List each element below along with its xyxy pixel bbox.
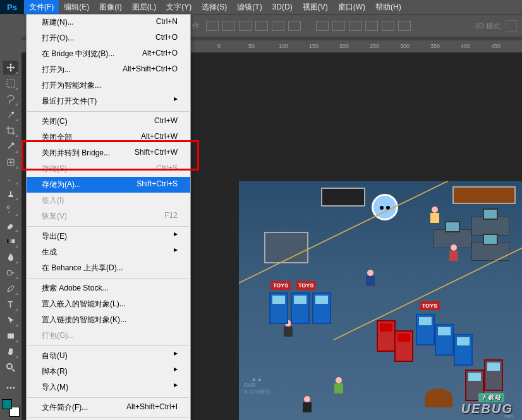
- character: [334, 377, 344, 393]
- file-menu-item[interactable]: 打开(O)...Ctrl+O: [27, 30, 190, 46]
- blur-tool[interactable]: [3, 250, 18, 264]
- align-icon[interactable]: [206, 21, 219, 31]
- 3d-mode-icon[interactable]: [506, 20, 517, 32]
- menu-separator: [27, 417, 190, 418]
- menu-window[interactable]: 窗口(W): [333, 0, 370, 14]
- menu-separator: [27, 226, 190, 227]
- menu-filter[interactable]: 滤镜(T): [232, 0, 267, 14]
- vending-machine: [394, 330, 413, 362]
- character: [302, 396, 312, 412]
- menu-select[interactable]: 选择(S): [197, 0, 232, 14]
- menu-view[interactable]: 视图(V): [298, 0, 333, 14]
- distribute-icon[interactable]: [316, 21, 329, 31]
- align-icon[interactable]: [288, 21, 301, 31]
- file-menu-item[interactable]: 脚本(R)▶: [27, 364, 190, 380]
- ruler-tick: 400: [461, 43, 470, 49]
- svg-point-2: [7, 206, 9, 208]
- file-menu-item[interactable]: 自动(U)▶: [27, 348, 190, 364]
- menu-edit[interactable]: 编辑(E): [59, 0, 94, 14]
- align-icon[interactable]: [255, 21, 268, 31]
- distribute-icon[interactable]: [382, 21, 394, 31]
- file-menu-item[interactable]: 关闭并转到 Bridge...Shift+Ctrl+W: [27, 145, 190, 161]
- computer-desk: [471, 242, 509, 261]
- arcade-cabinet: [269, 292, 288, 324]
- file-menu-item[interactable]: 置入嵌入的智能对象(L)...: [27, 296, 190, 312]
- file-menu-item[interactable]: 最近打开文件(T)▶: [27, 93, 190, 109]
- brush-tool[interactable]: [3, 171, 18, 185]
- distribute-icon[interactable]: [332, 21, 345, 31]
- file-menu-item[interactable]: 搜索 Adobe Stock...: [27, 280, 190, 296]
- wall-sign: [321, 188, 365, 207]
- marquee-tool[interactable]: [3, 76, 18, 90]
- menu-layer[interactable]: 图层(L): [127, 0, 162, 14]
- svg-point-9: [10, 387, 12, 389]
- align-icon[interactable]: [222, 21, 235, 31]
- eyedropper-tool[interactable]: [3, 140, 18, 153]
- eraser-tool[interactable]: [3, 219, 18, 232]
- align-icon[interactable]: [272, 21, 284, 31]
- menu-image[interactable]: 图像(I): [94, 0, 126, 14]
- file-menu-item[interactable]: 在 Bridge 中浏览(B)...Alt+Ctrl+O: [27, 46, 190, 62]
- club-sign: [452, 186, 516, 204]
- pen-tool[interactable]: [3, 282, 18, 296]
- document-image: TOYS TOYS TOYS ▲▲ BAR & GAMES 下载站 UEB: [239, 181, 522, 420]
- healing-brush-tool[interactable]: [3, 155, 18, 169]
- path-selection-tool[interactable]: [3, 313, 18, 327]
- color-swatches[interactable]: [2, 399, 20, 417]
- file-menu-item[interactable]: 存储为(A)...Shift+Ctrl+S: [27, 177, 190, 193]
- file-menu-item[interactable]: 新建(N)...Ctrl+N: [27, 15, 190, 30]
- history-brush-tool[interactable]: [3, 203, 18, 217]
- menu-type[interactable]: 文字(Y): [161, 0, 197, 14]
- svg-rect-6: [8, 333, 14, 339]
- slot-machine: [484, 359, 503, 391]
- ruler-tick: 200: [339, 43, 349, 49]
- move-tool[interactable]: [3, 61, 18, 75]
- computer-desk: [471, 217, 509, 236]
- file-menu-item[interactable]: 导出(E)▶: [27, 229, 190, 244]
- svg-point-7: [7, 364, 12, 369]
- gradient-tool[interactable]: [3, 234, 18, 248]
- distribute-icon[interactable]: [398, 21, 411, 31]
- hand-tool[interactable]: [3, 345, 18, 359]
- align-icons: [206, 21, 411, 31]
- file-menu-dropdown: 新建(N)...Ctrl+N打开(O)...Ctrl+O在 Bridge 中浏览…: [26, 14, 191, 420]
- crop-tool[interactable]: [3, 124, 18, 138]
- svg-rect-0: [7, 80, 15, 87]
- rectangle-tool[interactable]: [3, 329, 18, 343]
- magic-wand-tool[interactable]: [3, 108, 18, 122]
- ruler-tick: 300: [400, 43, 410, 49]
- file-menu-item[interactable]: 关闭全部Alt+Ctrl+W: [27, 129, 190, 145]
- file-menu-item[interactable]: 打开为...Alt+Shift+Ctrl+O: [27, 62, 190, 78]
- menu-file[interactable]: 文件(F): [24, 0, 59, 14]
- toys-sign: TOYS: [270, 281, 291, 290]
- ruler-tick: 50: [248, 43, 255, 49]
- file-menu-item[interactable]: 在 Behance 上共享(D)...: [27, 260, 190, 276]
- lasso-tool[interactable]: [3, 92, 18, 106]
- distribute-icon[interactable]: [349, 21, 361, 31]
- file-menu-item[interactable]: 关闭(C)Ctrl+W: [27, 114, 190, 129]
- menu-3d[interactable]: 3D(D): [267, 0, 298, 14]
- file-menu-item: 存储(S)Ctrl+S: [27, 161, 190, 177]
- file-menu-item[interactable]: 文件简介(F)...Alt+Shift+Ctrl+I: [27, 400, 190, 416]
- bar-games-sign: ▲▲ BAR & GAMES: [244, 376, 270, 395]
- zoom-tool[interactable]: [3, 361, 18, 375]
- align-icon[interactable]: [239, 21, 252, 31]
- dodge-tool[interactable]: [3, 266, 18, 280]
- ruler-tick: 100: [279, 43, 288, 49]
- file-menu-item[interactable]: 导入(M)▶: [27, 380, 190, 395]
- clone-stamp-tool[interactable]: [3, 187, 18, 201]
- file-menu-item[interactable]: 打开为智能对象...: [27, 78, 190, 93]
- arcade-cabinet: [291, 292, 310, 324]
- file-menu-item[interactable]: 置入链接的智能对象(K)...: [27, 312, 190, 328]
- menu-help[interactable]: 帮助(H): [370, 0, 406, 14]
- arcade-cabinet: [312, 292, 331, 324]
- distribute-icon[interactable]: [365, 21, 378, 31]
- ruler-tick: 250: [370, 43, 379, 49]
- file-menu-item: 恢复(V)F12: [27, 208, 190, 224]
- type-tool[interactable]: T: [3, 297, 18, 311]
- file-menu-item: 签入(I): [27, 193, 190, 208]
- file-menu-item[interactable]: 生成▶: [27, 244, 190, 260]
- svg-point-8: [7, 387, 9, 389]
- edit-toolbar[interactable]: [3, 381, 18, 395]
- foreground-color-swatch[interactable]: [2, 399, 12, 409]
